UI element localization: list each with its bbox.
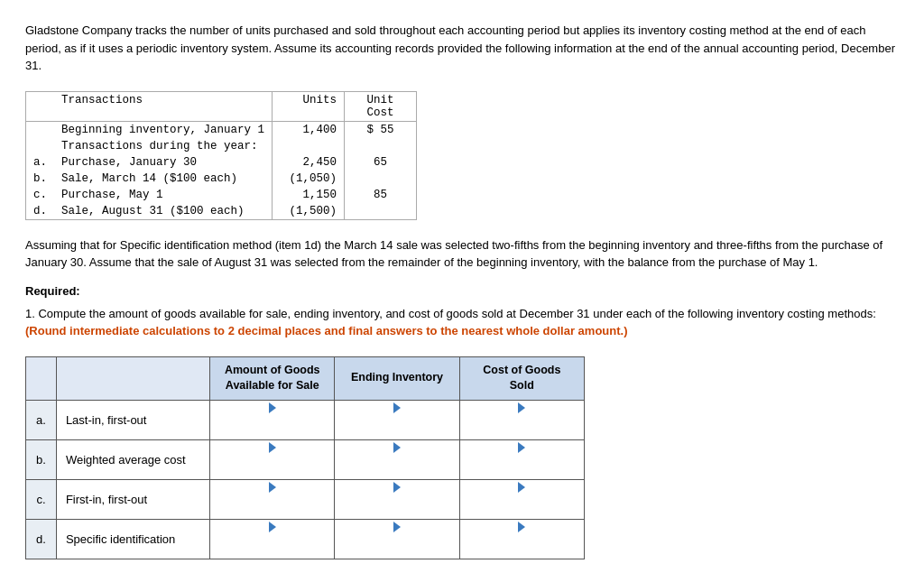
table-row: a. Purchase, January 30 2,450 65: [26, 154, 417, 171]
units-col-header: Units: [273, 91, 345, 121]
assumption-text: Assuming that for Specific identificatio…: [25, 236, 899, 272]
goods-available-field-d[interactable]: [210, 533, 334, 559]
cost-of-goods-sold-header: Cost of Goods Sold: [459, 356, 584, 400]
answer-table-wrapper: Amount of Goods Available for Sale Endin…: [25, 356, 899, 559]
required-label: Required:: [25, 284, 899, 298]
ending-inventory-input-c[interactable]: [335, 479, 459, 519]
triangle-icon-a1: [269, 402, 276, 413]
transactions-table: Transactions Units Unit Cost Beginning i…: [25, 91, 417, 220]
answer-table-header: Amount of Goods Available for Sale Endin…: [26, 356, 585, 400]
triangle-icon-b2: [393, 442, 401, 453]
triangle-icon-c3: [518, 482, 525, 493]
goods-available-input-a[interactable]: [210, 400, 335, 439]
cogs-field-d[interactable]: [460, 533, 584, 559]
triangle-icon-b1: [269, 442, 276, 453]
cogs-input-a[interactable]: [459, 400, 584, 439]
triangle-icon-c1: [269, 482, 276, 493]
table-row: a. Last-in, first-out: [26, 400, 585, 439]
transactions-col-header: Transactions: [54, 91, 273, 121]
ending-inventory-field-d[interactable]: [335, 533, 458, 559]
ending-inventory-input-b[interactable]: [335, 439, 459, 479]
goods-available-input-d[interactable]: [210, 519, 335, 559]
goods-available-field-a[interactable]: [210, 414, 334, 439]
table-row: Transactions during the year:: [26, 138, 417, 154]
cogs-input-b[interactable]: [459, 439, 584, 479]
table-row: c. First-in, first-out: [26, 479, 585, 519]
table-row: b. Weighted average cost: [26, 439, 585, 479]
triangle-icon-a3: [518, 402, 525, 413]
goods-available-field-b[interactable]: [210, 454, 334, 479]
row-letter-a: a.: [26, 400, 57, 439]
triangle-icon-d1: [269, 522, 276, 532]
row-letter-c: c.: [26, 479, 57, 519]
triangle-icon-b3: [518, 442, 525, 453]
table-row: d. Sale, August 31 ($100 each) (1,500): [26, 203, 417, 220]
triangle-icon-d3: [518, 522, 525, 532]
row-label-d: Specific identification: [56, 519, 209, 559]
ending-inventory-field-c[interactable]: [335, 494, 458, 519]
cogs-input-d[interactable]: [459, 519, 584, 559]
intro-text: Gladstone Company tracks the number of u…: [25, 22, 899, 75]
goods-available-input-b[interactable]: [210, 439, 335, 479]
unit-cost-header: Unit Cost: [345, 91, 417, 121]
row-label-b: Weighted average cost: [56, 439, 209, 479]
row-label-c: First-in, first-out: [56, 479, 209, 519]
ending-inventory-input-a[interactable]: [335, 400, 459, 439]
table-row: d. Specific identification: [26, 519, 585, 559]
triangle-icon-c2: [393, 482, 401, 493]
row-label-a: Last-in, first-out: [56, 400, 209, 439]
row-letter-b: b.: [26, 439, 57, 479]
cogs-field-c[interactable]: [460, 494, 584, 519]
table-row: Beginning inventory, January 1 1,400 $ 5…: [26, 121, 417, 138]
row-letter-d: d.: [26, 519, 57, 559]
goods-available-field-c[interactable]: [210, 494, 334, 519]
triangle-icon-d2: [393, 522, 401, 532]
cogs-input-c[interactable]: [459, 479, 584, 519]
goods-available-input-c[interactable]: [210, 479, 335, 519]
triangle-icon-a2: [393, 402, 401, 413]
table-row: b. Sale, March 14 ($100 each) (1,050): [26, 171, 417, 187]
cogs-field-a[interactable]: [460, 414, 584, 439]
question-text: 1. Compute the amount of goods available…: [25, 305, 899, 340]
cogs-field-b[interactable]: [460, 454, 584, 479]
table-row: c. Purchase, May 1 1,150 85: [26, 187, 417, 203]
ending-inventory-input-d[interactable]: [335, 519, 459, 559]
goods-available-header: Amount of Goods Available for Sale: [210, 356, 335, 400]
ending-inventory-field-a[interactable]: [335, 414, 458, 439]
ending-inventory-header: Ending Inventory: [335, 356, 459, 400]
answer-table: Amount of Goods Available for Sale Endin…: [25, 356, 585, 559]
ending-inventory-field-b[interactable]: [335, 454, 458, 479]
